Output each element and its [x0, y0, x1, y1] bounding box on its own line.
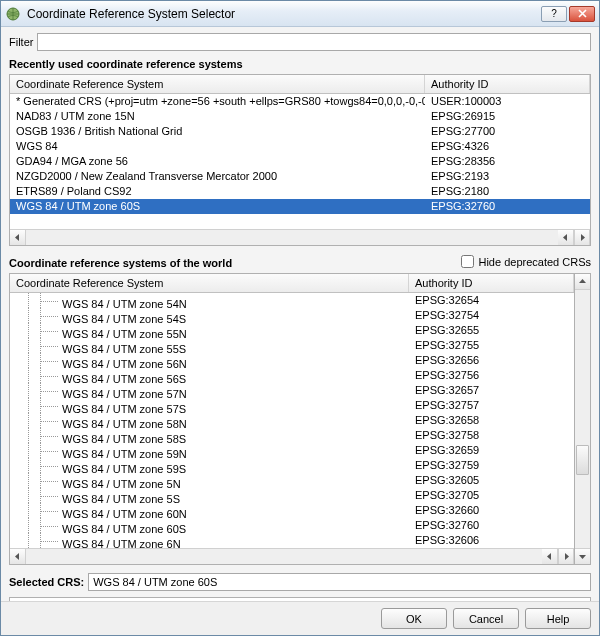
table-row[interactable]: WGS 84 / UTM zone 58NEPSG:32658: [10, 413, 574, 428]
crs-name-cell: WGS 84 / UTM zone 59N: [10, 443, 409, 458]
crs-name-cell: WGS 84 / UTM zone 5N: [10, 473, 409, 488]
crs-name-cell: WGS 84 / UTM zone 55N: [10, 323, 409, 338]
crs-auth-cell: EPSG:32758: [409, 428, 574, 443]
crs-name-cell: WGS 84 / UTM zone 60S: [10, 518, 409, 533]
crs-name-cell: WGS 84 / UTM zone 59S: [10, 458, 409, 473]
table-row[interactable]: GDA94 / MGA zone 56EPSG:28356: [10, 154, 590, 169]
table-row[interactable]: NAD83 / UTM zone 15NEPSG:26915: [10, 109, 590, 124]
crs-auth-cell: EPSG:32660: [409, 503, 574, 518]
crs-name-cell: WGS 84 / UTM zone 56S: [10, 368, 409, 383]
crs-auth-cell: EPSG:32757: [409, 398, 574, 413]
table-row[interactable]: WGS 84 / UTM zone 54NEPSG:32654: [10, 293, 574, 308]
crs-auth-cell: EPSG:32605: [409, 473, 574, 488]
crs-auth-cell: EPSG:32754: [409, 308, 574, 323]
table-row[interactable]: OSGB 1936 / British National GridEPSG:27…: [10, 124, 590, 139]
table-row[interactable]: WGS 84 / UTM zone 57SEPSG:32757: [10, 398, 574, 413]
crs-auth-cell: EPSG:32760: [425, 199, 590, 214]
scroll-right-icon[interactable]: [574, 230, 590, 245]
crs-auth-cell: EPSG:32654: [409, 293, 574, 308]
table-row[interactable]: WGS 84 / UTM zone 56SEPSG:32756: [10, 368, 574, 383]
table-row[interactable]: WGS 84 / UTM zone 59SEPSG:32759: [10, 458, 574, 473]
scroll-down-icon[interactable]: [575, 548, 590, 564]
crs-auth-cell: EPSG:32655: [409, 323, 574, 338]
selected-crs-field[interactable]: [88, 573, 591, 591]
table-row[interactable]: WGS 84 / UTM zone 55NEPSG:32655: [10, 323, 574, 338]
world-crs-table: Coordinate Reference System Authority ID…: [9, 273, 575, 565]
table-row[interactable]: WGS 84 / UTM zone 60SEPSG:32760: [10, 199, 590, 214]
table-row[interactable]: WGS 84 / UTM zone 58SEPSG:32758: [10, 428, 574, 443]
recent-hscroll[interactable]: [10, 229, 590, 245]
vscroll-thumb[interactable]: [576, 445, 589, 475]
crs-auth-cell: EPSG:32756: [409, 368, 574, 383]
scroll-left2-icon[interactable]: [558, 230, 574, 245]
ok-button[interactable]: OK: [381, 608, 447, 629]
crs-auth-cell: EPSG:32759: [409, 458, 574, 473]
help-titlebar-button[interactable]: ?: [541, 6, 567, 22]
world-vscroll[interactable]: [575, 273, 591, 565]
hide-deprecated-label: Hide deprecated CRSs: [478, 256, 591, 268]
crs-name-cell: WGS 84 / UTM zone 6N: [10, 533, 409, 548]
crs-name-cell: WGS 84 / UTM zone 5S: [10, 488, 409, 503]
vscroll-track[interactable]: [575, 290, 590, 548]
crs-name-cell: OSGB 1936 / British National Grid: [10, 124, 425, 139]
filter-label: Filter: [9, 36, 33, 48]
scroll-right-icon[interactable]: [558, 549, 574, 564]
recent-col-auth[interactable]: Authority ID: [425, 75, 590, 93]
crs-name-cell: WGS 84 / UTM zone 58N: [10, 413, 409, 428]
world-hscroll[interactable]: [10, 548, 574, 564]
crs-auth-cell: EPSG:32658: [409, 413, 574, 428]
table-row[interactable]: WGS 84 / UTM zone 57NEPSG:32657: [10, 383, 574, 398]
crs-auth-cell: EPSG:32659: [409, 443, 574, 458]
hide-deprecated-input[interactable]: [461, 255, 474, 268]
crs-name-cell: WGS 84 / UTM zone 54S: [10, 308, 409, 323]
crs-auth-cell: EPSG:26915: [425, 109, 590, 124]
table-row[interactable]: WGS 84 / UTM zone 56NEPSG:32656: [10, 353, 574, 368]
recent-col-crs[interactable]: Coordinate Reference System: [10, 75, 425, 93]
help-button[interactable]: Help: [525, 608, 591, 629]
table-row[interactable]: * Generated CRS (+proj=utm +zone=56 +sou…: [10, 94, 590, 109]
table-row[interactable]: WGS 84 / UTM zone 60NEPSG:32660: [10, 503, 574, 518]
crs-auth-cell: USER:100003: [425, 94, 590, 109]
scroll-left-icon[interactable]: [10, 230, 26, 245]
crs-name-cell: WGS 84 / UTM zone 57S: [10, 398, 409, 413]
hide-deprecated-checkbox[interactable]: Hide deprecated CRSs: [461, 255, 591, 268]
crs-auth-cell: EPSG:4326: [425, 139, 590, 154]
scroll-track[interactable]: [26, 549, 542, 564]
close-titlebar-button[interactable]: [569, 6, 595, 22]
crs-name-cell: WGS 84 / UTM zone 58S: [10, 428, 409, 443]
world-col-crs[interactable]: Coordinate Reference System: [10, 274, 409, 292]
titlebar: Coordinate Reference System Selector ?: [1, 1, 599, 27]
table-row[interactable]: WGS 84 / UTM zone 5NEPSG:32605: [10, 473, 574, 488]
recent-heading: Recently used coordinate reference syste…: [9, 58, 591, 70]
world-col-auth[interactable]: Authority ID: [409, 274, 574, 292]
crs-name-cell: NZGD2000 / New Zealand Transverse Mercat…: [10, 169, 425, 184]
table-row[interactable]: NZGD2000 / New Zealand Transverse Mercat…: [10, 169, 590, 184]
crs-name-cell: WGS 84 / UTM zone 54N: [10, 293, 409, 308]
crs-auth-cell: EPSG:32657: [409, 383, 574, 398]
crs-selector-window: Coordinate Reference System Selector ? F…: [0, 0, 600, 636]
crs-auth-cell: EPSG:28356: [425, 154, 590, 169]
table-row[interactable]: WGS 84 / UTM zone 59NEPSG:32659: [10, 443, 574, 458]
world-heading: Coordinate reference systems of the worl…: [9, 257, 461, 269]
scroll-left-icon[interactable]: [10, 549, 26, 564]
cancel-button[interactable]: Cancel: [453, 608, 519, 629]
scroll-left2-icon[interactable]: [542, 549, 558, 564]
crs-auth-cell: EPSG:2180: [425, 184, 590, 199]
table-row[interactable]: WGS 84 / UTM zone 5SEPSG:32705: [10, 488, 574, 503]
selected-crs-label: Selected CRS:: [9, 576, 84, 588]
table-row[interactable]: WGS 84 / UTM zone 6NEPSG:32606: [10, 533, 574, 548]
crs-auth-cell: EPSG:32656: [409, 353, 574, 368]
crs-name-cell: NAD83 / UTM zone 15N: [10, 109, 425, 124]
table-row[interactable]: ETRS89 / Poland CS92EPSG:2180: [10, 184, 590, 199]
scroll-up-icon[interactable]: [575, 274, 590, 290]
crs-name-cell: WGS 84 / UTM zone 60S: [10, 199, 425, 214]
crs-name-cell: ETRS89 / Poland CS92: [10, 184, 425, 199]
table-row[interactable]: WGS 84 / UTM zone 60SEPSG:32760: [10, 518, 574, 533]
table-row[interactable]: WGS 84EPSG:4326: [10, 139, 590, 154]
scroll-track[interactable]: [26, 230, 558, 245]
table-row[interactable]: WGS 84 / UTM zone 54SEPSG:32754: [10, 308, 574, 323]
table-row[interactable]: WGS 84 / UTM zone 55SEPSG:32755: [10, 338, 574, 353]
filter-input[interactable]: [37, 33, 591, 51]
crs-name-cell: WGS 84 / UTM zone 57N: [10, 383, 409, 398]
crs-name-cell: * Generated CRS (+proj=utm +zone=56 +sou…: [10, 94, 425, 109]
